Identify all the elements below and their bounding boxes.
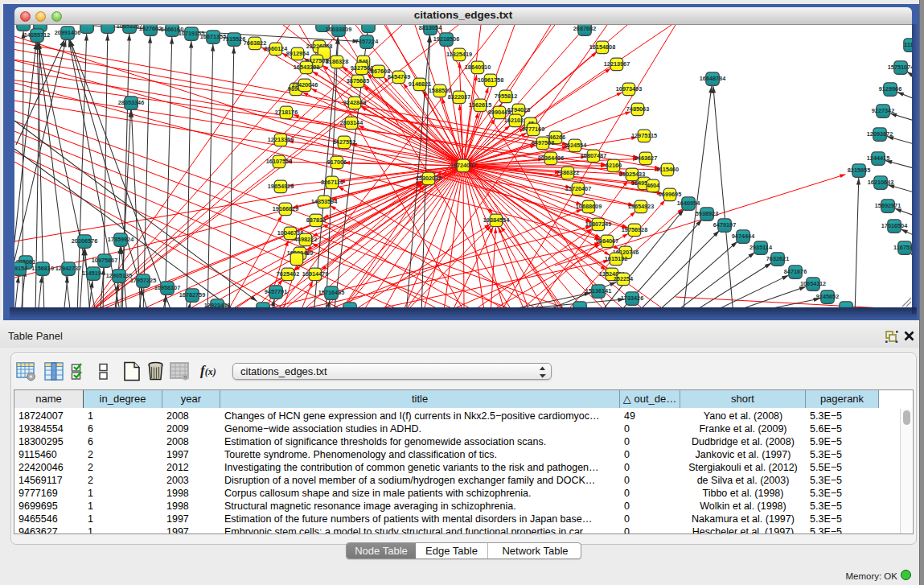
svg-text:9474444: 9474444 [732,233,755,240]
svg-text:17359924: 17359924 [108,236,134,243]
svg-text:14353594: 14353594 [311,198,338,205]
svg-text:19384554: 19384554 [483,216,510,224]
svg-text:1621022: 1621022 [504,117,527,124]
svg-text:15751074: 15751074 [888,64,912,71]
svg-text:8813054: 8813054 [419,25,442,31]
svg-text:12942737: 12942737 [55,265,81,272]
svg-text:15692971: 15692971 [875,202,901,209]
svg-text:10688609: 10688609 [576,203,602,210]
svg-text:16782759: 16782759 [179,291,205,299]
svg-text:9242848: 9242848 [343,99,366,106]
svg-text:10975867: 10975867 [92,257,117,264]
svg-text:7386322: 7386322 [556,169,579,176]
svg-text:6479197: 6479197 [713,221,736,229]
svg-text:12975115: 12975115 [631,132,657,139]
svg-text:12213369: 12213369 [268,136,294,143]
svg-text:12093872: 12093872 [867,130,893,138]
svg-text:2087682: 2087682 [573,25,596,32]
svg-text:2718176: 2718176 [275,109,298,116]
svg-text:6497568: 6497568 [532,139,554,146]
svg-text:2935114: 2935114 [749,244,773,251]
svg-text:4604: 4604 [647,182,660,189]
svg-text:917006: 917006 [327,159,347,166]
svg-text:9115460: 9115460 [656,166,679,173]
svg-text:7632621: 7632621 [766,255,789,262]
svg-text:28053346: 28053346 [118,99,144,106]
svg-text:12923448: 12923448 [204,302,230,307]
svg-text:1145194: 1145194 [82,270,105,277]
svg-text:9660124: 9660124 [265,45,288,52]
svg-text:8912954: 8912954 [286,50,310,57]
svg-text:7955812: 7955812 [495,93,517,100]
svg-text:19654923: 19654923 [628,203,654,210]
svg-text:16914479: 16914479 [302,270,328,278]
svg-text:23420046: 23420046 [292,81,318,89]
svg-text:9227342: 9227342 [872,107,894,114]
svg-text:887833: 887833 [306,216,326,224]
svg-text:10958107: 10958107 [154,284,180,291]
svg-text:17016504: 17016504 [881,222,908,229]
svg-text:8267110: 8267110 [321,179,343,186]
svg-text:16210643: 16210643 [868,179,893,186]
svg-text:9457791: 9457791 [265,288,287,295]
svg-text:20991406: 20991406 [55,29,80,36]
svg-text:7485063: 7485063 [626,105,649,113]
svg-text:20364436: 20364436 [538,154,564,162]
svg-text:8427552: 8427552 [333,138,355,146]
svg-text:16543382: 16543382 [294,64,319,71]
svg-text:16033809: 16033809 [326,26,351,33]
svg-text:19166829: 19166829 [273,205,298,212]
svg-text:17957225: 17957225 [130,277,156,284]
svg-text:3875685: 3875685 [347,77,369,84]
svg-text:7625402: 7625402 [277,270,299,278]
svg-text:16154808: 16154808 [589,43,615,51]
svg-text:8454749: 8454749 [388,73,410,80]
svg-text:18640910: 18640910 [465,64,491,71]
svg-text:11325419: 11325419 [446,51,472,58]
svg-text:16648784: 16648784 [700,75,726,82]
svg-text:19756928: 19756928 [622,226,647,233]
svg-text:12905135: 12905135 [106,272,132,279]
svg-text:20206576: 20206576 [72,237,97,245]
svg-text:15720407: 15720407 [565,185,591,192]
svg-text:18724007: 18724007 [450,162,476,169]
svg-text:10961758: 10961758 [478,76,503,84]
svg-text:12213967: 12213967 [604,60,630,68]
svg-text:2803144: 2803144 [340,119,363,126]
svg-text:5938923: 5938923 [696,210,718,217]
svg-text:39154: 39154 [14,265,28,272]
svg-text:9129966: 9129966 [879,85,901,93]
svg-text:9463627: 9463627 [634,154,657,162]
svg-text:6794028: 6794028 [507,106,530,113]
svg-text:1362615: 1362615 [469,101,491,109]
svg-text:19218506: 19218506 [433,35,459,43]
svg-text:9084067: 9084067 [596,237,618,245]
svg-text:9777169: 9777169 [522,126,544,133]
svg-text:10973493: 10973493 [616,85,642,93]
svg-text:62160: 62160 [606,162,622,169]
svg-text:1112: 1112 [904,41,912,48]
svg-text:1640954: 1640954 [677,200,700,207]
svg-text:8322037: 8322037 [448,93,470,101]
svg-text:1167533: 1167533 [893,244,912,251]
svg-text:15136141: 15136141 [585,287,611,295]
svg-text:9245652: 9245652 [816,293,839,300]
svg-text:0699695: 0699695 [659,191,681,198]
svg-text:1615132: 1615132 [605,255,627,262]
svg-text:8215955: 8215955 [848,167,870,174]
svg-text:8471676: 8471676 [784,268,807,275]
svg-text:1156819: 1156819 [31,265,54,272]
svg-text:10807487: 10807487 [581,152,606,159]
svg-text:10654112: 10654112 [800,280,826,287]
svg-text:4498222: 4498222 [294,236,317,243]
svg-text:7357224: 7357224 [355,38,379,45]
svg-text:252254: 252254 [614,275,634,282]
svg-text:1733426: 1733426 [621,295,643,302]
svg-text:16107553: 16107553 [266,158,292,165]
svg-text:19654925: 19654925 [268,183,294,190]
svg-text:15716485: 15716485 [318,289,344,296]
svg-text:7515526: 7515526 [223,35,245,43]
svg-text:25302035: 25302035 [416,175,441,182]
svg-text:1244415: 1244415 [867,154,889,162]
svg-text:18807249: 18807249 [585,220,611,228]
